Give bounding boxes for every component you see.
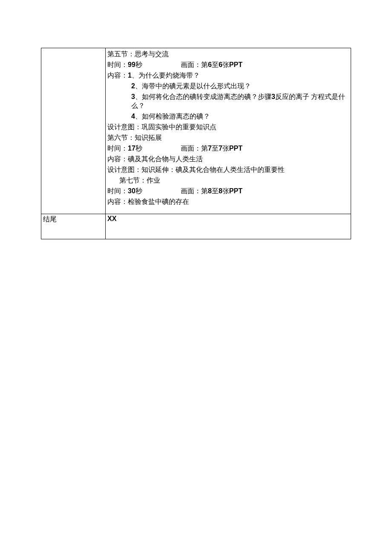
list-item: 4、如何检验游离态的碘？ (131, 112, 349, 121)
picture-suffix: 张 (222, 145, 229, 152)
table-row: 结尾 XX (41, 214, 351, 239)
picture-suffix: 张 (222, 61, 229, 68)
section7-picture: 画面：第8至8张PPT (181, 187, 349, 196)
picture-prefix: 画面：第 (181, 61, 208, 68)
section7-time-picture-row: 时间：30秒 画面：第8至8张PPT (107, 187, 349, 196)
section7-title: 第七节：作业 (119, 176, 349, 185)
design-intent-prefix: 设计意图： (107, 123, 141, 131)
picture-middle: 至 (212, 61, 219, 68)
content-prefix: 内容： (107, 198, 128, 205)
seconds-suffix: 秒 (135, 145, 142, 152)
list-item-num: 4 (131, 113, 135, 120)
section6-time: 时间：17秒 (107, 144, 181, 153)
section5-item1-num: 1 (128, 72, 132, 79)
section7-pic-from: 8 (208, 187, 212, 195)
section7-content-text: 检验食盐中碘的存在 (128, 198, 189, 205)
seconds-suffix: 秒 (135, 187, 142, 195)
section5-title: 第五节：思考与交流 (107, 50, 349, 59)
section6-title: 第六节：知识拓展 (107, 134, 349, 142)
section5-time-picture-row: 时间：99秒 画面：第6至6张PPT (107, 61, 349, 70)
page-container: 第五节：思考与交流 时间：99秒 画面：第6至6张PPT 内容：1、为什么要灼烧… (0, 0, 392, 555)
list-item-num: 2 (131, 82, 135, 90)
section7-time: 时间：30秒 (107, 187, 181, 196)
ppt-label: PPT (229, 61, 242, 68)
list-item-num: 3 (131, 93, 135, 100)
section6-pic-to: 7 (219, 145, 222, 152)
row-label-cell (41, 48, 106, 214)
seconds-suffix: 秒 (135, 61, 142, 68)
picture-middle: 至 (212, 145, 219, 152)
section7-content-line: 内容：检验食盐中碘的存在 (107, 198, 349, 206)
design-intent-prefix: 设计意图： (107, 166, 141, 173)
section5-picture: 画面：第6至6张PPT (181, 61, 349, 70)
section5-item1-text: 、为什么要灼烧海带？ (132, 72, 200, 79)
list-item-text: 、如何检验游离态的碘？ (135, 113, 210, 120)
section7-time-value: 30 (128, 187, 135, 195)
content-prefix: 内容： (107, 72, 128, 79)
section5-time-value: 99 (128, 61, 135, 68)
picture-prefix: 画面：第 (181, 187, 208, 195)
section6-design-intent-text: 知识延伸：碘及其化合物在人类生活中的重要性 (141, 166, 285, 173)
footer-label: 结尾 (43, 215, 57, 223)
footer-content-cell: XX (106, 214, 351, 239)
list-item-inline-num: 3 (271, 93, 275, 100)
list-item: 3、如何将化合态的碘转变成游离态的碘？步骤3反应的离子 方程式是什么？ (131, 93, 349, 110)
section6-design-intent: 设计意图：知识延伸：碘及其化合物在人类生活中的重要性 (107, 166, 349, 174)
section6-pic-from: 7 (208, 145, 212, 152)
table-row: 第五节：思考与交流 时间：99秒 画面：第6至6张PPT 内容：1、为什么要灼烧… (41, 48, 351, 214)
section6-content-text: 碘及其化合物与人类生活 (128, 155, 203, 163)
section5-design-intent: 设计意图：巩固实验中的重要知识点 (107, 123, 349, 132)
section6-time-value: 17 (128, 145, 135, 152)
list-item-text-a: 、如何将化合态的碘转变成游离态的碘？步骤 (135, 93, 271, 100)
picture-suffix: 张 (222, 187, 229, 195)
picture-middle: 至 (212, 187, 219, 195)
ppt-label: PPT (229, 187, 242, 195)
time-prefix: 时间： (107, 187, 128, 195)
content-prefix: 内容： (107, 155, 128, 163)
row-content-cell: 第五节：思考与交流 时间：99秒 画面：第6至6张PPT 内容：1、为什么要灼烧… (106, 48, 351, 214)
section7-pic-to: 8 (219, 187, 222, 195)
ppt-label: PPT (229, 145, 242, 152)
section5-pic-from: 6 (208, 61, 212, 68)
section5-content-line: 内容：1、为什么要灼烧海带？ (107, 71, 349, 80)
footer-value: XX (107, 215, 116, 222)
picture-prefix: 画面：第 (181, 145, 208, 152)
section5-time: 时间：99秒 (107, 61, 181, 70)
time-prefix: 时间： (107, 61, 128, 68)
list-item: 2、海带中的碘元素是以什么形式出现？ (131, 82, 349, 91)
section5-design-intent-text: 巩固实验中的重要知识点 (141, 123, 216, 131)
lesson-plan-table: 第五节：思考与交流 时间：99秒 画面：第6至6张PPT 内容：1、为什么要灼烧… (41, 48, 351, 239)
section6-time-picture-row: 时间：17秒 画面：第7至7张PPT (107, 144, 349, 153)
section5-item-list: 2、海带中的碘元素是以什么形式出现？ 3、如何将化合态的碘转变成游离态的碘？步骤… (131, 82, 349, 121)
section6-picture: 画面：第7至7张PPT (181, 144, 349, 153)
time-prefix: 时间： (107, 145, 128, 152)
section6-content-line: 内容：碘及其化合物与人类生活 (107, 155, 349, 164)
list-item-text: 、海带中的碘元素是以什么形式出现？ (135, 82, 251, 90)
section5-pic-to: 6 (219, 61, 222, 68)
footer-label-cell: 结尾 (41, 214, 106, 239)
